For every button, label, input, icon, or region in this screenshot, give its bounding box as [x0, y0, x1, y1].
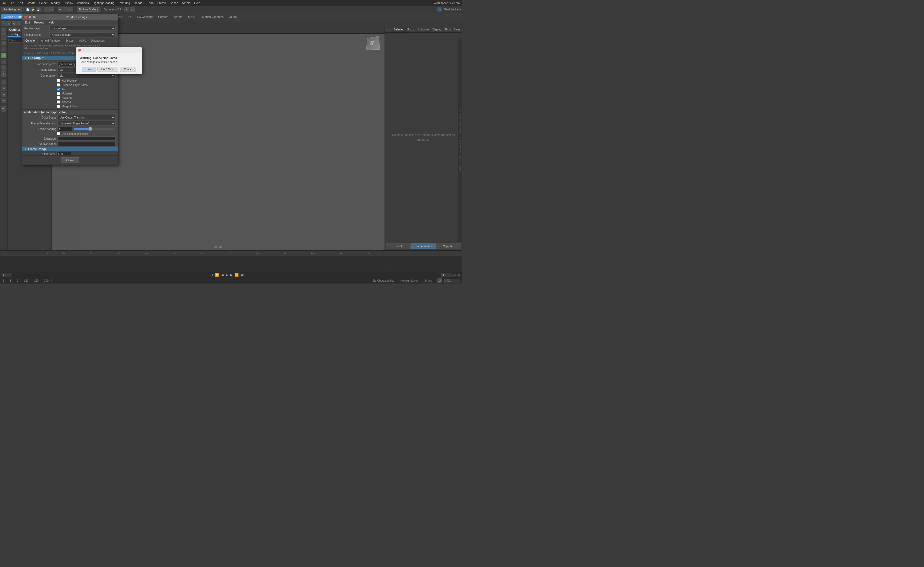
rs-tab-system[interactable]: System: [63, 39, 77, 43]
timeline-track[interactable]: [44, 256, 385, 272]
nav-cube[interactable]: FRONTRIGHT: [366, 36, 382, 52]
play-button[interactable]: ▶: [225, 273, 228, 277]
warning-close-btn[interactable]: [78, 49, 81, 51]
scale-icon[interactable]: ⤡: [68, 7, 73, 12]
warning-dialog[interactable]: Warning: Scene Not Saved Save changes to…: [76, 47, 142, 74]
tiled-checkbox[interactable]: [57, 87, 60, 91]
menu-item-edit[interactable]: Edit: [16, 1, 24, 5]
render-settings-close-button[interactable]: Close: [61, 157, 79, 163]
menu-item-texturing[interactable]: Texturing: [117, 1, 132, 5]
menu-item-cache[interactable]: Cache: [168, 1, 180, 5]
load-attributes-button[interactable]: Load Attributes: [411, 243, 436, 249]
render-settings-close-btn[interactable]: [24, 16, 27, 18]
render-icon[interactable]: ▶: [125, 7, 129, 12]
menu-item-help[interactable]: Help: [192, 1, 202, 5]
version-label-input[interactable]: [57, 142, 116, 146]
current-frame-input[interactable]: 1: [2, 273, 12, 277]
warning-dont-save-button[interactable]: Don't Save: [98, 67, 119, 72]
select-button[interactable]: Select: [386, 243, 411, 249]
rs-menu-help[interactable]: Help: [47, 21, 56, 24]
rs-menu-edit[interactable]: Edit: [24, 21, 31, 24]
warning-save-button[interactable]: Save: [82, 67, 96, 72]
open-file-icon[interactable]: 📂: [30, 7, 35, 12]
mel-input[interactable]: [445, 279, 460, 283]
metadata-section-header[interactable]: ▶ Metadata (name, type, value): [22, 110, 118, 114]
frame-anim-dropdown[interactable]: name.ext (Single Frame): [57, 121, 116, 126]
tab-xgen[interactable]: XGen: [227, 14, 239, 19]
extension-input[interactable]: [57, 136, 116, 141]
warning-cancel-button[interactable]: Cancel: [120, 67, 136, 72]
menu-item-render[interactable]: Render: [132, 1, 145, 5]
paint-select-icon[interactable]: ⊙: [12, 21, 17, 26]
rs-tab-arnold[interactable]: Arnold Renderer: [39, 39, 63, 43]
render-settings-dialog[interactable]: Render Settings Edit Presets Help Render…: [22, 14, 118, 165]
prev-frame-button[interactable]: ◀: [221, 273, 224, 277]
half-precision-checkbox[interactable]: [57, 79, 60, 82]
render-settings-maximize-btn[interactable]: [33, 16, 36, 18]
menu-item-create[interactable]: Create: [25, 1, 37, 5]
preserve-layer-name-checkbox[interactable]: [57, 83, 60, 87]
frame-range-section-header[interactable]: ▼ Frame Range: [22, 147, 118, 152]
go-end-button[interactable]: ⏭: [240, 273, 245, 277]
rp-tab-attributes[interactable]: Attributes: [416, 27, 431, 32]
undo-icon[interactable]: ↩: [44, 7, 49, 12]
tab-fx[interactable]: FX: [125, 14, 134, 19]
rotate-icon[interactable]: ↻: [63, 7, 68, 12]
menu-item-display[interactable]: Display: [62, 1, 75, 5]
scale-tool-left-icon[interactable]: ⤡: [1, 65, 6, 70]
tab-arnold[interactable]: Arnold: [171, 14, 185, 19]
append-checkbox[interactable]: [57, 100, 60, 104]
rp-tab-help[interactable]: Help: [453, 27, 461, 32]
next-frame-button[interactable]: ▶: [230, 273, 233, 277]
multipart-checkbox[interactable]: [57, 92, 60, 95]
menu-item-arnold[interactable]: Arnold: [180, 1, 192, 5]
soft-mod-icon[interactable]: ○: [1, 47, 6, 52]
rp-tab-display[interactable]: Display: [431, 27, 443, 32]
deform-icon[interactable]: ⊡: [1, 86, 6, 91]
merge-aovs-checkbox[interactable]: [57, 105, 60, 108]
user-icon[interactable]: 👤: [437, 7, 442, 12]
menu-item-stereo[interactable]: Stereo: [156, 1, 167, 5]
move-tool-left-icon[interactable]: ✛: [1, 53, 6, 58]
rp-tab-list[interactable]: List: [385, 27, 392, 32]
outliner-tab-display[interactable]: Display: [8, 32, 21, 37]
use-custom-ext-checkbox[interactable]: [57, 132, 60, 135]
rs-tab-aovs[interactable]: AOVs: [77, 39, 88, 43]
frame-counter-input[interactable]: [442, 273, 452, 277]
soft-select-icon[interactable]: ○: [17, 21, 22, 26]
autocrop-checkbox[interactable]: [57, 96, 60, 99]
character-set-label[interactable]: No Character Set: [372, 279, 395, 282]
new-file-icon[interactable]: 📄: [25, 7, 30, 12]
redo-icon[interactable]: ↪: [50, 7, 54, 12]
audio-icon[interactable]: 🔊: [437, 278, 442, 283]
rotate-tool-left-icon[interactable]: ↺: [1, 59, 6, 64]
paint-tool-icon[interactable]: ⊙: [1, 40, 6, 46]
paint-weights-icon[interactable]: ⊛: [1, 98, 6, 103]
prev-key-button[interactable]: ⏪: [215, 273, 219, 277]
menu-item-m[interactable]: M: [2, 1, 7, 5]
show-manip-icon[interactable]: ◇: [1, 80, 6, 85]
render-layer-dropdown[interactable]: masterLayer: [50, 26, 116, 31]
render-using-dropdown[interactable]: Arnold Renderer: [50, 32, 116, 37]
warning-minimize-btn[interactable]: [83, 49, 85, 51]
slider-thumb[interactable]: [89, 128, 92, 130]
move-icon[interactable]: ✛: [58, 7, 63, 12]
go-start-button[interactable]: ⏮: [209, 273, 213, 277]
color-space-dropdown[interactable]: Use Output Transform: [57, 115, 116, 120]
rigging-icon[interactable]: ⊞: [1, 92, 6, 97]
menu-item-file[interactable]: File: [8, 1, 16, 5]
copy-tab-button[interactable]: Copy Tab: [436, 243, 461, 249]
save-file-icon[interactable]: 💾: [36, 7, 41, 12]
frame-padding-input[interactable]: [57, 127, 72, 131]
search-view-icon[interactable]: 🔍: [1, 106, 6, 112]
start-frame-input[interactable]: [56, 152, 71, 155]
select-tool-icon[interactable]: ↖: [1, 21, 6, 26]
timeline-track-area[interactable]: [0, 256, 462, 272]
menu-item-modify[interactable]: Modify: [50, 1, 61, 5]
warning-maximize-btn[interactable]: [87, 49, 89, 51]
frame-padding-slider[interactable]: [74, 128, 114, 130]
ipr-icon[interactable]: ⊡: [130, 7, 135, 12]
lasso-tool-icon[interactable]: ⌒: [1, 34, 6, 40]
lasso-icon[interactable]: ⊂: [6, 21, 11, 26]
anim-layer-label[interactable]: No Anim Layer: [399, 279, 419, 282]
